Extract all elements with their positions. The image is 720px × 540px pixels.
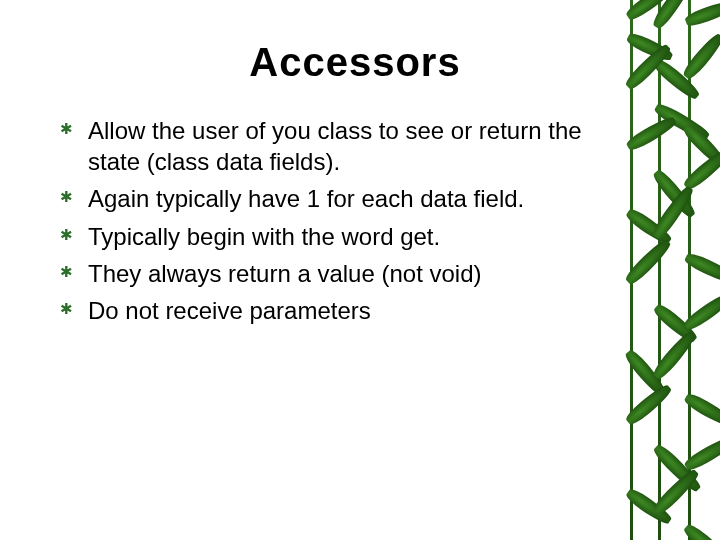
bullet-list: Allow the user of you class to see or re…: [60, 115, 600, 326]
bullet-item: They always return a value (not void): [60, 258, 600, 289]
slide-title: Accessors: [110, 40, 600, 85]
bullet-item: Typically begin with the word get.: [60, 221, 600, 252]
bamboo-decoration: [610, 0, 720, 540]
slide: Accessors Allow the user of you class to…: [0, 0, 720, 540]
bullet-item: Allow the user of you class to see or re…: [60, 115, 600, 177]
bullet-item: Do not receive parameters: [60, 295, 600, 326]
bullet-item: Again typically have 1 for each data fie…: [60, 183, 600, 214]
